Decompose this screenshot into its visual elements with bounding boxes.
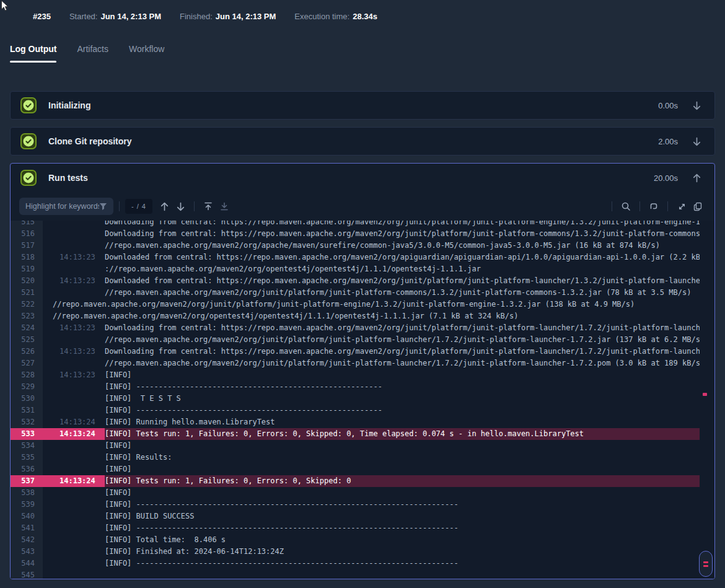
pipeline-steps: Initializing 0.00s Clone Git repository …	[0, 91, 725, 579]
wrap-lines-icon[interactable]	[646, 198, 662, 214]
finished-group: Finished: Jun 14, 2:13 PM	[180, 12, 276, 21]
tab-artifacts[interactable]: Artifacts	[77, 44, 108, 63]
line-number: 525	[11, 334, 43, 346]
line-message: ://repo.maven.apache.org/maven2/org/open…	[105, 263, 700, 275]
line-number: 523	[11, 310, 43, 322]
log-line: 541 [INFO] -----------------------------…	[11, 522, 714, 534]
prev-match-up-arrow-icon[interactable]	[156, 198, 172, 214]
line-timestamp	[43, 440, 105, 452]
run-number: #235	[33, 12, 51, 21]
log-line: 544 [INFO] -----------------------------…	[11, 558, 714, 569]
scroll-to-bottom-icon[interactable]	[216, 198, 232, 214]
tab-log-output[interactable]: Log Output	[10, 44, 56, 63]
line-number: 529	[11, 381, 43, 393]
line-timestamp	[43, 393, 105, 405]
line-message: [INFO] ---------------------------------…	[105, 522, 700, 534]
highlight-keywords-input[interactable]: Highlight for keywords	[19, 198, 113, 215]
line-timestamp: 14:13:23	[43, 322, 105, 334]
step-duration: 0.00s	[658, 101, 678, 110]
tab-bar: Log Output Artifacts Workflow	[0, 21, 725, 63]
step-duration: 2.00s	[658, 137, 678, 146]
highlight-keywords-placeholder: Highlight for keywords	[25, 202, 99, 211]
copy-icon[interactable]	[690, 198, 706, 214]
line-timestamp	[43, 569, 105, 579]
log-line: 520 14:13:23 Downloaded from central: ht…	[11, 275, 714, 287]
toolbar-divider	[119, 201, 120, 211]
line-number: 526	[11, 346, 43, 358]
log-line: 540 [INFO] BUILD SUCCESS	[11, 511, 714, 522]
log-output-area[interactable]: 515 Downloading from central: https://re…	[11, 221, 714, 579]
success-check-icon	[20, 97, 37, 113]
started-label: Started:	[69, 12, 98, 21]
match-dash-icon	[703, 561, 708, 563]
log-line: 536 [INFO]	[11, 463, 714, 475]
line-message: Downloading from central: https://repo.m…	[105, 346, 700, 358]
line-timestamp	[43, 463, 105, 475]
line-number: 524	[11, 322, 43, 334]
line-number: 543	[11, 546, 43, 558]
step-name: Initializing	[48, 100, 658, 110]
expand-icon[interactable]	[674, 198, 690, 214]
filter-funnel-icon[interactable]	[99, 203, 107, 211]
search-icon[interactable]	[618, 198, 634, 214]
line-message: //repo.maven.apache.org/maven2/org/opent…	[43, 310, 700, 322]
line-number: 536	[11, 463, 43, 475]
line-message: Downloaded from central: https://repo.ma…	[105, 275, 700, 287]
line-timestamp	[43, 511, 105, 522]
line-number: 519	[11, 263, 43, 275]
toolbar-divider	[194, 201, 195, 211]
line-timestamp	[43, 522, 105, 534]
log-line: 533 14:13:24 [INFO] Tests run: 1, Failur…	[11, 428, 714, 440]
line-number: 539	[11, 499, 43, 511]
line-timestamp: 14:13:23	[43, 346, 105, 358]
line-message: [INFO] Results:	[105, 452, 700, 463]
line-number: 533	[11, 428, 43, 440]
line-number: 541	[11, 522, 43, 534]
line-message: Downloaded from central: https://repo.ma…	[105, 252, 700, 263]
log-line: 515 Downloading from central: https://re…	[11, 221, 714, 228]
finished-label: Finished:	[180, 12, 213, 21]
execution-time-value: 28.34s	[353, 12, 377, 21]
step-initializing[interactable]: Initializing 0.00s	[10, 91, 715, 120]
log-line: 539 [INFO] -----------------------------…	[11, 499, 714, 511]
scrollbar-matches-pill[interactable]	[699, 551, 713, 577]
line-message: [INFO] Total time: 8.406 s	[105, 534, 700, 546]
line-timestamp	[43, 452, 105, 463]
match-counter: - / 4	[125, 199, 152, 214]
collapse-step-arrow-up-icon[interactable]	[691, 172, 702, 183]
expand-step-arrow-down-icon[interactable]	[691, 100, 702, 111]
line-message: [INFO] Tests run: 1, Failures: 0, Errors…	[105, 428, 700, 440]
line-message: [INFO] ---------------------------------…	[105, 381, 700, 393]
step-run-tests-header[interactable]: Run tests 20.00s	[11, 164, 714, 192]
next-match-down-arrow-icon[interactable]	[172, 198, 188, 214]
line-timestamp	[43, 263, 105, 275]
line-timestamp: 14:13:24	[43, 416, 105, 428]
toolbar-divider	[667, 201, 668, 211]
step-clone-git-repository[interactable]: Clone Git repository 2.00s	[10, 127, 715, 156]
line-timestamp	[43, 534, 105, 546]
line-message: Downloading from central: https://repo.m…	[105, 221, 700, 228]
line-timestamp	[43, 358, 105, 369]
log-line: 534 [INFO]	[11, 440, 714, 452]
line-number: 516	[11, 228, 43, 240]
tab-workflow[interactable]: Workflow	[129, 44, 164, 63]
line-number: 518	[11, 252, 43, 263]
mouse-cursor-icon	[1, 0, 9, 12]
line-message	[105, 569, 700, 579]
log-line: 545	[11, 569, 714, 579]
line-timestamp	[43, 405, 105, 416]
started-group: Started: Jun 14, 2:13 PM	[69, 12, 161, 21]
expand-step-arrow-down-icon[interactable]	[691, 136, 702, 147]
line-message: [INFO]	[105, 487, 700, 499]
line-timestamp: 14:13:23	[43, 275, 105, 287]
log-line: 528 14:13:23 [INFO]	[11, 369, 714, 381]
log-line: 516 Downloading from central: https://re…	[11, 228, 714, 240]
line-number: 520	[11, 275, 43, 287]
scroll-to-top-icon[interactable]	[200, 198, 216, 214]
line-number: 542	[11, 534, 43, 546]
line-timestamp: 14:13:24	[43, 475, 105, 487]
log-line: 538 [INFO]	[11, 487, 714, 499]
step-run-tests-panel: Run tests 20.00s Highlight for keywords …	[10, 163, 715, 579]
started-value: Jun 14, 2:13 PM	[100, 12, 161, 21]
line-message: [INFO] Running hello.maven.LibraryTest	[105, 416, 700, 428]
